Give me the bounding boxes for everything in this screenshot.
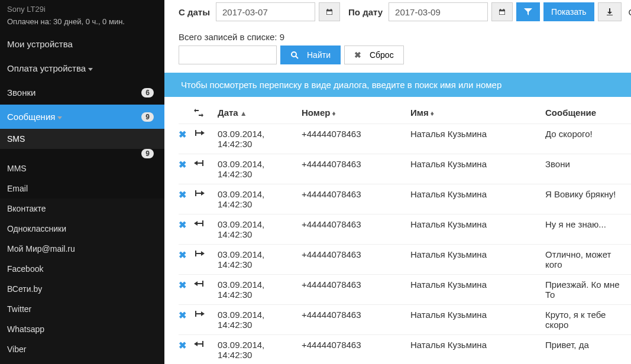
svg-rect-4 xyxy=(327,11,332,12)
cell-name: Наталья Кузьмина xyxy=(410,245,545,275)
sidebar-sub-ВСети.by[interactable]: ВСети.by xyxy=(0,279,164,299)
table-row: ✖03.09.2014, 14:42:30+44444078463Наталья… xyxy=(179,154,631,184)
sidebar-item-Звонки[interactable]: Звонки6 xyxy=(0,80,164,105)
cell-name: Наталья Кузьмина xyxy=(410,124,545,154)
sidebar-sub-Viber[interactable]: Viber xyxy=(0,339,164,359)
cell-message: Круто, я к тебе скоро xyxy=(545,305,631,335)
badge: 9 xyxy=(141,149,154,158)
download-icon xyxy=(606,8,614,16)
sidebar-sub-Вконтакте[interactable]: Вконтакте xyxy=(0,199,164,219)
to-date-calendar-button[interactable] xyxy=(491,2,513,21)
svg-point-10 xyxy=(292,52,296,57)
calendar-icon xyxy=(499,8,505,16)
cell-message: Я Вовику брякну! xyxy=(545,184,631,214)
sidebar-item-Сообщения[interactable]: Сообщения9 xyxy=(0,105,164,129)
delete-button[interactable]: ✖ xyxy=(179,340,186,350)
table-row: ✖03.09.2014, 14:42:30+44444078463Наталья… xyxy=(179,184,631,214)
cell-date: 03.09.2014, 14:42:30 xyxy=(218,154,302,184)
table-row: ✖03.09.2014, 14:42:30+44444078463Наталья… xyxy=(179,124,631,154)
filter-button[interactable] xyxy=(516,2,540,21)
sidebar-sub-Twitter[interactable]: Twitter xyxy=(0,299,164,319)
outgoing-icon xyxy=(194,189,214,197)
find-label: Найти xyxy=(307,50,331,60)
cell-number: +44444078463 xyxy=(302,275,410,305)
chevron-down-icon xyxy=(88,68,93,71)
delete-button[interactable]: ✖ xyxy=(179,220,186,230)
sort-icon xyxy=(194,109,203,117)
cell-date: 03.09.2014, 14:42:30 xyxy=(218,335,302,365)
from-date-input[interactable] xyxy=(216,2,315,21)
find-button[interactable]: Найти xyxy=(280,46,341,64)
delete-button[interactable]: ✖ xyxy=(179,310,186,320)
sidebar-sub-Skype[interactable]: Skype xyxy=(0,359,164,364)
sidebar-item-Мои устройства[interactable]: Мои устройства xyxy=(0,32,164,56)
delete-button[interactable]: ✖ xyxy=(179,160,186,170)
delete-button[interactable]: ✖ xyxy=(179,280,186,290)
incoming-icon xyxy=(194,159,214,167)
main-content: С даты По дату Показать Скачат Всего зап… xyxy=(164,0,631,364)
from-date-label: С даты xyxy=(179,7,210,17)
outgoing-icon xyxy=(194,129,214,137)
cell-number: +44444078463 xyxy=(302,184,410,214)
cell-number: +44444078463 xyxy=(302,245,410,275)
delete-button[interactable]: ✖ xyxy=(179,129,186,139)
device-name: Sony LT29i xyxy=(7,5,157,14)
sidebar-sub-Whatsapp[interactable]: Whatsapp xyxy=(0,319,164,339)
svg-rect-3 xyxy=(327,11,332,15)
sidebar-sub-SMS[interactable]: SMS xyxy=(0,129,164,149)
search-row: Найти ✖ Сброс xyxy=(179,46,631,64)
header-number[interactable]: Номер♦ xyxy=(302,102,410,124)
cell-number: +44444078463 xyxy=(302,335,410,365)
sort-icon: ♦ xyxy=(332,109,335,118)
table-row: ✖03.09.2014, 14:42:30+44444078463Наталья… xyxy=(179,275,631,305)
header-date[interactable]: Дата▲ xyxy=(218,102,302,124)
to-date-label: По дату xyxy=(348,7,383,17)
download-label[interactable]: Скачат xyxy=(629,7,631,17)
cell-name: Наталья Кузьмина xyxy=(410,335,545,365)
cell-message: Отлично, может кого xyxy=(545,245,631,275)
close-icon: ✖ xyxy=(354,50,361,60)
svg-line-11 xyxy=(296,56,298,58)
badge: 9 xyxy=(141,112,154,122)
download-button[interactable] xyxy=(598,2,622,21)
from-date-calendar-button[interactable] xyxy=(319,2,340,21)
cell-message: Ну я не знаю... xyxy=(545,214,631,245)
table-row: ✖03.09.2014, 14:42:30+44444078463Наталья… xyxy=(179,214,631,245)
cell-name: Наталья Кузьмина xyxy=(410,184,545,214)
header-name[interactable]: Имя♦ xyxy=(410,102,545,124)
outgoing-icon xyxy=(194,310,214,318)
header-message[interactable]: Сообщение xyxy=(545,102,631,124)
svg-rect-1 xyxy=(327,9,328,10)
paid-info: Оплачен на: 30 дней, 0 ч., 0 мин. xyxy=(7,17,157,26)
delete-button[interactable]: ✖ xyxy=(179,250,186,260)
sidebar: Sony LT29i Оплачен на: 30 дней, 0 ч., 0 … xyxy=(0,0,164,364)
incoming-icon xyxy=(194,219,214,228)
sidebar-sub-Facebook[interactable]: Facebook xyxy=(0,259,164,279)
search-input[interactable] xyxy=(179,46,277,64)
cell-number: +44444078463 xyxy=(302,305,410,335)
cell-message: Привет, да xyxy=(545,335,631,365)
cell-date: 03.09.2014, 14:42:30 xyxy=(218,305,302,335)
sidebar-sub-Одноклассники[interactable]: Одноклассники xyxy=(0,219,164,239)
incoming-icon xyxy=(194,340,214,348)
filter-icon xyxy=(524,8,532,16)
sidebar-sub-Email[interactable]: Email xyxy=(0,178,164,199)
messages-table: Дата▲ Номер♦ Имя♦ Сообщение ✖03.09.2014,… xyxy=(179,102,631,364)
to-date-input[interactable] xyxy=(389,2,488,21)
sidebar-sub-MMS[interactable]: MMS xyxy=(0,158,164,178)
total-records-label: Всего записей в списке: 9 xyxy=(179,32,631,42)
cell-number: +44444078463 xyxy=(302,154,410,184)
cell-number: +44444078463 xyxy=(302,124,410,154)
reset-button[interactable]: ✖ Сброс xyxy=(344,46,404,64)
delete-button[interactable]: ✖ xyxy=(179,190,186,200)
sidebar-sub-Мой Мир@mail.ru[interactable]: Мой Мир@mail.ru xyxy=(0,239,164,259)
sidebar-item-Оплата устройства[interactable]: Оплата устройства xyxy=(0,56,164,80)
reset-label: Сброс xyxy=(370,50,394,60)
show-button[interactable]: Показать xyxy=(543,2,594,21)
header-direction[interactable] xyxy=(194,102,218,124)
cell-name: Наталья Кузьмина xyxy=(410,154,545,184)
info-banner: Чтобы посмотреть переписку в виде диалог… xyxy=(164,73,631,97)
cell-message: До скорого! xyxy=(545,124,631,154)
svg-rect-8 xyxy=(500,11,505,15)
cell-name: Наталья Кузьмина xyxy=(410,275,545,305)
